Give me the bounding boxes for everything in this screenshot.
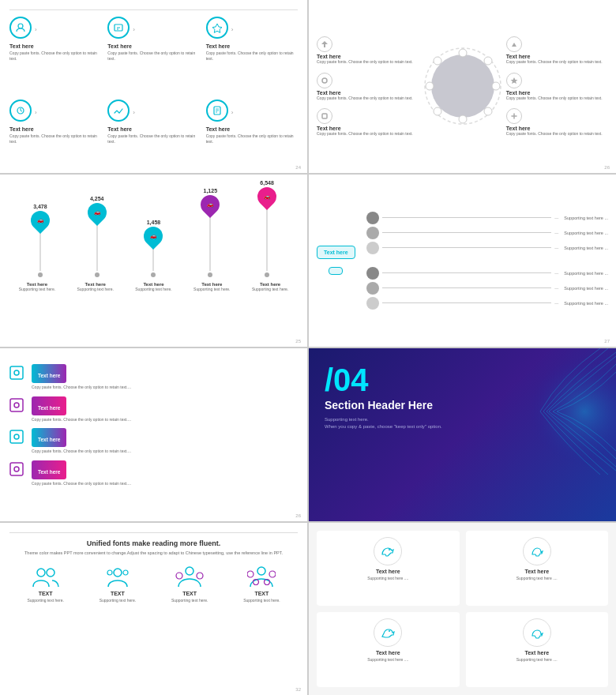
slide3-val-3: 1,458: [147, 220, 161, 225]
slide4-center-label: Text here: [317, 246, 355, 259]
slide4-support-1-2: Supporting text here ...: [564, 231, 608, 235]
slide5-bar-3: Text here: [32, 428, 66, 447]
slide1-icon-circle-5: [107, 100, 130, 122]
slide1-icon-circle-1: [9, 17, 32, 39]
svg-point-22: [14, 467, 19, 471]
slide3-dot-1: [38, 272, 43, 277]
slide3-pin-2: 🚗: [84, 199, 111, 226]
svg-rect-19: [10, 430, 23, 443]
svg-point-16: [14, 370, 19, 375]
slide6-desc: When you copy & paste, choose "keep text…: [325, 423, 600, 430]
slide1-title-2: Text here: [107, 43, 132, 49]
slide2-left-1: Text here Copy paste fonts. Choose the o…: [317, 36, 419, 65]
slide5-desc-4: Copy paste fonts. Choose the only option…: [32, 481, 299, 486]
svg-point-24: [37, 569, 45, 577]
slide3-pin-1: 🚗: [27, 207, 54, 234]
slide4-branch-2-1: — Supporting text here ...: [366, 267, 608, 280]
svg-point-34: [269, 571, 276, 577]
slide1-arrow-4: ›: [35, 109, 37, 116]
slide2-center-circle: [431, 54, 494, 118]
slide8-card-4: Text here Supporting text here ....: [466, 612, 609, 687]
slide8-card-title-2: Text here: [524, 569, 549, 574]
slide4-support-2-1: Supporting text here ...: [564, 271, 608, 276]
slide4-line-2-1: [382, 272, 552, 273]
slide8-card-2: Text here Supporting text here ....: [466, 531, 609, 606]
slide4-group-2: — Supporting text here ... — Supporting …: [366, 267, 608, 310]
slide8-horse-icon-3: [380, 625, 396, 641]
slide4-dash-1-1: —: [554, 216, 558, 220]
slide4-branch-1-3: — Supporting text here ...: [366, 242, 608, 254]
slide7-sub-4: Supporting text here.: [243, 598, 280, 603]
svg-point-20: [14, 434, 19, 439]
slide4-node-2-2: [366, 282, 379, 295]
slide1-icon-circle-4: [9, 100, 32, 122]
svg-point-9: [426, 82, 434, 90]
slide-5: Text here Copy paste fonts. Choose the o…: [0, 348, 307, 521]
slide3-bar-sub-5: Supporting text here.: [252, 287, 288, 291]
slide7-subtitle: Theme color makes PPT more convenient to…: [9, 550, 298, 555]
slide7-label-2: TEXT: [111, 591, 125, 596]
slide2-icon-r3: [506, 108, 522, 124]
svg-point-7: [459, 49, 467, 57]
slide4-node-2-1: [366, 267, 379, 280]
slide-6: /04 Section Header Here Supporting text …: [309, 348, 616, 521]
slide2-title-l1: Text here: [317, 54, 419, 59]
slide5-content-4: Text here Copy paste fonts. Choose the o…: [32, 460, 299, 486]
slide3-dot-3: [151, 272, 156, 277]
slide2-desc-r1: Copy paste fonts. Choose the only option…: [506, 59, 608, 65]
slide3-line-3: [152, 247, 154, 271]
slide3-label-1: Text here Supporting text here.: [19, 282, 55, 291]
slide3-bar-1: 3,478 🚗: [31, 204, 50, 277]
slide1-title-6: Text here: [206, 126, 231, 132]
slide4-dash-2-3: —: [554, 301, 558, 306]
slide1-desc-5: Copy paste fonts. Choose the only option…: [107, 133, 199, 144]
slide3-pin-4: 🚗: [197, 191, 223, 218]
slide2-icon-r1: [506, 36, 522, 52]
slide3-val-2: 4,254: [90, 196, 104, 201]
svg-point-14: [484, 107, 492, 115]
slide5-item-2: Text here Copy paste fonts. Choose the o…: [8, 396, 299, 423]
slide2-diagram: Text here Copy paste fonts. Choose the o…: [317, 8, 608, 165]
slide2-desc-r3: Copy paste fonts. Choose the only option…: [506, 131, 608, 137]
svg-rect-21: [10, 463, 23, 475]
slide7-sub-2: Supporting text here.: [100, 598, 136, 603]
slide7-label-4: TEXT: [254, 591, 269, 596]
svg-point-30: [176, 573, 182, 579]
slide5-bar-4: Text here: [32, 460, 66, 479]
slide4-node-2-3: [366, 297, 379, 310]
svg-point-33: [247, 571, 254, 577]
slide3-val-5: 6,548: [260, 180, 274, 186]
slide3-chart-area: 3,478 🚗 4,254 🚗 1,458 🚗: [8, 182, 299, 277]
slide4-branch-2-3: — Supporting text here ...: [366, 297, 608, 310]
slide-grid: › Text here Copy paste fonts. Choose the…: [0, 0, 616, 695]
slide2-title-r1: Text here: [506, 54, 608, 59]
slide7-icons-row: TEXT Supporting text here. TEXT Supporti…: [9, 563, 298, 603]
slide1-icon-circle-2: [107, 17, 130, 39]
slide-1: › Text here Copy paste fonts. Choose the…: [0, 0, 307, 173]
slide4-line-2-2: [382, 287, 552, 288]
slide1-arrow-6: ›: [231, 109, 234, 116]
slide4-line-1-2: [382, 232, 552, 233]
slide3-pin-5: 🚗: [254, 183, 280, 210]
slide4-center-label-2: [329, 267, 343, 275]
slide4-dash-1-3: —: [554, 246, 558, 250]
slide1-item-6: › Text here Copy paste fonts. Choose the…: [206, 100, 298, 170]
slide4-group-1: — Supporting text here ... — Supporting …: [366, 212, 608, 254]
slide4-support-2-2: Supporting text here ...: [564, 286, 608, 291]
slide2-right-1: Text here Copy paste fonts. Choose the o…: [506, 36, 608, 65]
slide5-desc-3: Copy paste fonts. Choose the only option…: [32, 449, 299, 454]
slide5-list: Text here Copy paste fonts. Choose the o…: [8, 364, 299, 486]
svg-point-32: [257, 567, 265, 575]
slide3-line-4: [209, 216, 211, 271]
slide4-page-num: 27: [604, 339, 610, 344]
svg-rect-15: [10, 366, 23, 379]
slide3-label-2: Text here Supporting text here.: [77, 282, 113, 291]
slide7-icon-box-1: [30, 563, 62, 591]
slide3-page-num: 25: [295, 339, 301, 344]
slide4-branch-2-2: — Supporting text here ...: [366, 282, 608, 295]
slide1-item-2: › Text here Copy paste fonts. Choose the…: [107, 17, 199, 87]
slide5-content-3: Text here Copy paste fonts. Choose the o…: [32, 428, 299, 454]
slide2-left-col: Text here Copy paste fonts. Choose the o…: [317, 36, 419, 137]
slide7-icon-1: TEXT Supporting text here.: [27, 563, 63, 603]
slide1-icon-circle-3: [206, 17, 228, 39]
